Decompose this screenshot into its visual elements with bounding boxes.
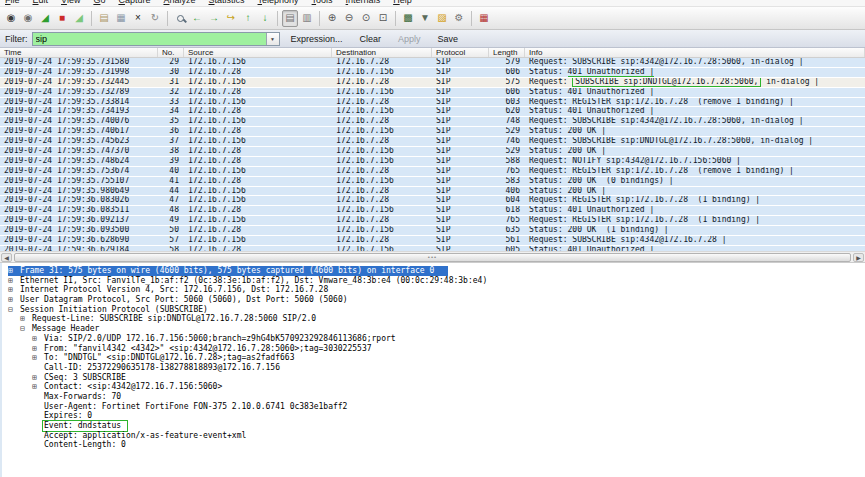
go-to-top-icon[interactable]: ↑ bbox=[240, 10, 256, 27]
resize-columns-icon[interactable]: ⊡ bbox=[375, 10, 391, 27]
packet-row-48[interactable]: 2019-07-24 17:59:36.08351148172.16.7.281… bbox=[0, 206, 865, 216]
menu-edit[interactable]: Edit bbox=[33, 0, 49, 5]
collapse-minus-icon[interactable]: ⊟ bbox=[8, 305, 20, 315]
reload-file-icon[interactable]: ↻ bbox=[147, 10, 163, 27]
menu-analyze[interactable]: Analyze bbox=[163, 0, 195, 5]
detail-line-11[interactable]: ⊞CSeq: 3 SUBSCRIBE bbox=[2, 373, 865, 383]
detail-line-1[interactable]: ⊞Ethernet II, Src: FanvilTe_1b:af:f2 (0c… bbox=[2, 276, 865, 286]
detail-line-5[interactable]: ⊞Request-Line: SUBSCRIBE sip:DNDTGL@172.… bbox=[2, 314, 865, 324]
packet-row-37[interactable]: 2019-07-24 17:59:35.74562337172.16.7.156… bbox=[0, 137, 865, 147]
packet-row-47[interactable]: 2019-07-24 17:59:36.08302647172.16.7.156… bbox=[0, 196, 865, 206]
filter-combo[interactable]: ▼ bbox=[32, 32, 280, 46]
packet-row-44[interactable]: 2019-07-24 17:59:35.98064944172.16.7.156… bbox=[0, 187, 865, 197]
expand-plus-icon[interactable]: ⊞ bbox=[8, 295, 20, 305]
menu-file[interactable]: File bbox=[5, 0, 20, 5]
hscrollbar-thumb[interactable]: ••• bbox=[14, 253, 851, 262]
packet-row-50[interactable]: 2019-07-24 17:59:36.09350050172.16.7.281… bbox=[0, 226, 865, 236]
zoom-in-icon[interactable]: ⊕ bbox=[324, 10, 340, 27]
detail-line-8[interactable]: ⊞From: "fanvil4342 <4342>" <sip:4342@172… bbox=[2, 344, 865, 354]
close-file-icon[interactable]: × bbox=[130, 10, 146, 27]
column-header-destination[interactable]: Destination bbox=[332, 48, 432, 57]
detail-line-3[interactable]: ⊞User Datagram Protocol, Src Port: 5060 … bbox=[2, 295, 865, 305]
column-header-info[interactable]: Info bbox=[525, 48, 865, 57]
detail-line-16[interactable]: Event: dndstatus bbox=[2, 421, 865, 431]
menu-tools[interactable]: Tools bbox=[312, 0, 333, 5]
scroll-right-arrow-icon[interactable]: ▶ bbox=[853, 253, 864, 262]
apply-button[interactable]: Apply bbox=[398, 34, 421, 44]
menu-statistics[interactable]: Statistics bbox=[209, 0, 245, 5]
filter-input[interactable] bbox=[33, 33, 266, 45]
restart-capture-icon[interactable]: ◢ bbox=[71, 10, 87, 27]
expand-plus-icon[interactable]: ⊞ bbox=[32, 344, 44, 354]
packet-row-49[interactable]: 2019-07-24 17:59:36.09213749172.16.7.156… bbox=[0, 216, 865, 226]
detail-line-7[interactable]: ⊞Via: SIP/2.0/UDP 172.16.7.156:5060;bran… bbox=[2, 334, 865, 344]
expand-plus-icon[interactable]: ⊞ bbox=[32, 373, 44, 383]
packet-row-35[interactable]: 2019-07-24 17:59:35.74007635172.16.7.156… bbox=[0, 117, 865, 127]
detail-line-14[interactable]: User-Agent: Fortinet FortiFone FON-375 2… bbox=[2, 402, 865, 412]
expand-plus-icon[interactable]: ⊞ bbox=[8, 285, 20, 295]
find-packet-icon[interactable] bbox=[172, 10, 188, 27]
column-header-length[interactable]: Length bbox=[489, 48, 525, 57]
packet-details-toggle-icon[interactable]: ▥ bbox=[299, 10, 315, 27]
list-interfaces-icon[interactable]: ◉ bbox=[3, 10, 19, 27]
packet-row-32[interactable]: 2019-07-24 17:59:35.73278932172.16.7.281… bbox=[0, 88, 865, 98]
zoom-out-icon[interactable]: ⊖ bbox=[341, 10, 357, 27]
packet-row-40[interactable]: 2019-07-24 17:59:35.75367440172.16.7.156… bbox=[0, 167, 865, 177]
capture-options-icon[interactable]: ◉ bbox=[20, 10, 36, 27]
packet-row-39[interactable]: 2019-07-24 17:59:35.74862439172.16.7.281… bbox=[0, 157, 865, 167]
collapse-minus-icon[interactable]: ⊟ bbox=[20, 324, 32, 334]
go-to-bottom-icon[interactable]: ↓ bbox=[257, 10, 273, 27]
packet-row-33[interactable]: 2019-07-24 17:59:35.73381433172.16.7.156… bbox=[0, 98, 865, 108]
scroll-left-arrow-icon[interactable]: ◀ bbox=[1, 253, 12, 262]
menu-telephony[interactable]: Telephony bbox=[258, 0, 299, 5]
packet-row-57[interactable]: 2019-07-24 17:59:36.62869057172.16.7.156… bbox=[0, 236, 865, 246]
expand-plus-icon[interactable]: ⊞ bbox=[32, 334, 44, 344]
menu-go[interactable]: Go bbox=[93, 0, 105, 5]
column-header-no[interactable]: No. bbox=[158, 48, 184, 57]
detail-line-2[interactable]: ⊞Internet Protocol Version 4, Src: 172.1… bbox=[2, 285, 865, 295]
go-back-icon[interactable]: ← bbox=[189, 10, 205, 27]
column-header-source[interactable]: Source bbox=[184, 48, 332, 57]
expand-plus-icon[interactable]: ⊞ bbox=[8, 266, 20, 276]
detail-line-18[interactable]: Content-Length: 0 bbox=[2, 440, 865, 450]
detail-line-17[interactable]: Accept: application/x-as-feature-event+x… bbox=[2, 431, 865, 441]
save-file-icon[interactable]: ▦ bbox=[113, 10, 129, 27]
packet-list-toggle-icon[interactable]: ▤ bbox=[282, 10, 298, 27]
expand-plus-icon[interactable]: ⊞ bbox=[20, 314, 32, 324]
packet-row-38[interactable]: 2019-07-24 17:59:35.74737038172.16.7.281… bbox=[0, 147, 865, 157]
colorize-packets-icon[interactable]: ▩ bbox=[400, 10, 416, 27]
menu-capture[interactable]: Capture bbox=[118, 0, 150, 5]
column-header-protocol[interactable]: Protocol bbox=[432, 48, 489, 57]
detail-line-13[interactable]: Max-Forwards: 70 bbox=[2, 392, 865, 402]
open-file-icon[interactable]: ▤ bbox=[96, 10, 112, 27]
expand-plus-icon[interactable]: ⊞ bbox=[32, 382, 44, 392]
menu-internals[interactable]: Internals bbox=[346, 0, 381, 5]
detail-line-12[interactable]: ⊞Contact: <sip:4342@172.16.7.156:5060> bbox=[2, 382, 865, 392]
column-header-time[interactable]: Time bbox=[0, 48, 158, 57]
detail-line-0[interactable]: ⊞Frame 31: 575 bytes on wire (4600 bits)… bbox=[2, 266, 865, 276]
packet-list-hscrollbar[interactable]: ◀ ••• ▶ bbox=[0, 251, 865, 263]
go-forward-icon[interactable]: → bbox=[206, 10, 222, 27]
detail-line-15[interactable]: Expires: 0 bbox=[2, 411, 865, 421]
packet-row-30[interactable]: 2019-07-24 17:59:35.73199830172.16.7.281… bbox=[0, 68, 865, 78]
expand-plus-icon[interactable]: ⊞ bbox=[8, 276, 20, 286]
menu-help[interactable]: Help bbox=[393, 0, 412, 5]
clear-button[interactable]: Clear bbox=[360, 34, 382, 44]
packet-row-41[interactable]: 2019-07-24 17:59:35.75510741172.16.7.281… bbox=[0, 177, 865, 187]
start-capture-icon[interactable]: ◢ bbox=[37, 10, 53, 27]
packet-row-29[interactable]: 2019-07-24 17:59:35.73158029172.16.7.156… bbox=[0, 58, 865, 68]
auto-scroll-icon[interactable]: ▼ bbox=[417, 10, 433, 27]
menu-view[interactable]: View bbox=[61, 0, 80, 5]
detail-line-9[interactable]: ⊞To: "DNDTGL" <sip:DNDTGL@172.16.7.28>;t… bbox=[2, 353, 865, 363]
packet-row-34[interactable]: 2019-07-24 17:59:35.73419334172.16.7.281… bbox=[0, 107, 865, 117]
filter-dropdown-arrow-icon[interactable]: ▼ bbox=[266, 33, 279, 45]
packet-row-36[interactable]: 2019-07-24 17:59:35.74061736172.16.7.281… bbox=[0, 127, 865, 137]
detail-line-6[interactable]: ⊟Message Header bbox=[2, 324, 865, 334]
expand-plus-icon[interactable]: ⊞ bbox=[32, 353, 44, 363]
help-icon[interactable]: ▦ bbox=[476, 10, 492, 27]
detail-line-4[interactable]: ⊟Session Initiation Protocol (SUBSCRIBE) bbox=[2, 305, 865, 315]
expression-button[interactable]: Expression... bbox=[291, 34, 343, 44]
preferences-icon[interactable]: ⚙ bbox=[451, 10, 467, 27]
save-button[interactable]: Save bbox=[438, 34, 459, 44]
go-to-packet-icon[interactable]: ↪ bbox=[223, 10, 239, 27]
